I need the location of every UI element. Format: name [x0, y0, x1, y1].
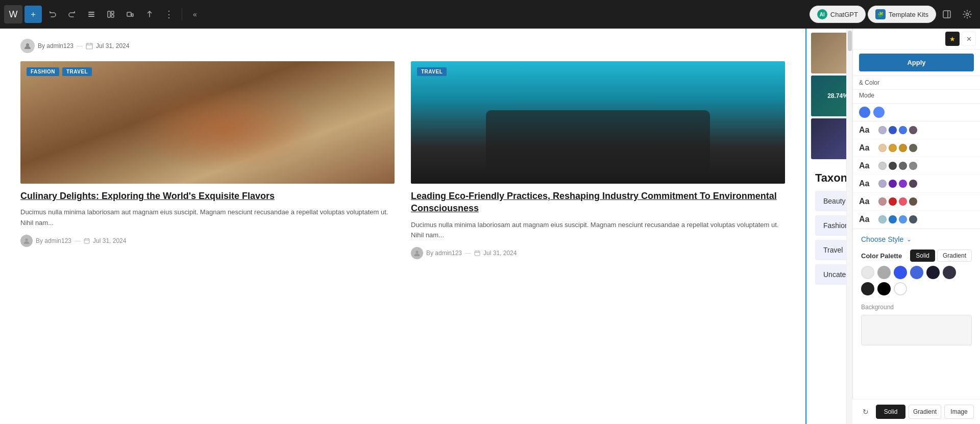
font-colors-4	[878, 197, 917, 206]
background-section: Background	[861, 304, 972, 345]
chatgpt-button[interactable]: AI ChatGPT	[810, 6, 866, 23]
color-palette-header: Color Palette Solid Gradient	[861, 250, 972, 262]
star-button[interactable]: ★	[945, 32, 960, 46]
post-author-avatar-2	[411, 247, 423, 259]
svg-rect-8	[943, 11, 950, 18]
wp-logo-text: W	[9, 9, 18, 20]
post-image-wrapper-1: FASHION TRAVEL	[20, 61, 395, 184]
color-dot-1-3	[909, 144, 917, 152]
color-mode-row: Mode	[853, 90, 980, 104]
swatch-blue[interactable]	[894, 266, 907, 279]
color-dot-0-3	[909, 126, 917, 134]
editor-area: By admin123 — Jul 31, 2024 FASHION TRAVE…	[0, 29, 806, 424]
chevron-down-icon: ⌄	[906, 236, 912, 243]
post-meta-bottom-1: By admin123 — Jul 31, 2024	[20, 235, 395, 247]
tag-travel-2: TRAVEL	[417, 67, 447, 76]
font-style-row-1[interactable]: Aa	[853, 139, 980, 157]
font-style-row-3[interactable]: Aa	[853, 175, 980, 193]
color-dot-3-3	[909, 180, 917, 188]
svg-point-10	[966, 13, 969, 16]
font-color-label: & Color	[853, 76, 980, 90]
choose-style-section: Choose Style ⌄ Color Palette Solid Gradi…	[853, 229, 980, 352]
close-button[interactable]: ✕	[962, 32, 976, 46]
font-colors-1	[878, 144, 917, 152]
svg-rect-0	[88, 12, 94, 13]
palette-gradient-btn[interactable]: Gradient	[937, 250, 972, 262]
chatgpt-logo: AI	[817, 9, 827, 19]
color-dot-1-0	[878, 144, 887, 152]
color-dot-4-3	[909, 197, 917, 206]
color-dot-0-2	[899, 126, 907, 134]
font-colors-2	[878, 162, 917, 170]
swatch-dark2[interactable]	[861, 282, 874, 295]
meta-separator-top: —	[77, 42, 83, 49]
swatch-black[interactable]	[877, 282, 891, 295]
swatch-dark1[interactable]	[943, 266, 956, 279]
color-dot-5-3	[909, 215, 917, 223]
color-dot-3-1	[889, 180, 897, 188]
choose-style-label: Choose Style	[861, 235, 903, 243]
settings-button[interactable]	[959, 6, 976, 23]
font-style-row-5[interactable]: Aa	[853, 211, 980, 229]
choose-style-header[interactable]: Choose Style ⌄	[861, 235, 972, 243]
chatgpt-label: ChatGPT	[830, 11, 858, 18]
font-colors-0	[878, 126, 917, 134]
swatch-darknavy[interactable]	[926, 266, 940, 279]
wp-logo[interactable]: W	[4, 5, 22, 23]
add-element-button[interactable]: ＋	[24, 6, 42, 23]
structure-button[interactable]	[102, 6, 119, 23]
accent-dot-brightblue[interactable]	[873, 107, 885, 118]
mode-solid-btn[interactable]: Solid	[876, 405, 905, 419]
color-dot-2-1	[889, 162, 897, 170]
panel-toggle-button[interactable]	[938, 6, 955, 23]
calendar-icon-1	[84, 238, 90, 244]
color-dot-5-2	[899, 215, 907, 223]
sort-button[interactable]	[141, 6, 158, 23]
apply-button[interactable]: Apply	[859, 54, 974, 71]
undo-button[interactable]	[44, 6, 61, 23]
list-view-button[interactable]	[83, 6, 100, 23]
top-post-meta: By admin123 — Jul 31, 2024	[20, 39, 785, 53]
post-title-1[interactable]: Culinary Delights: Exploring the World's…	[20, 190, 395, 202]
palette-toggle: Solid Gradient	[910, 250, 972, 262]
post-excerpt-2: Ducimus nulla minima laboriosam aut magn…	[411, 220, 785, 241]
scroll-thumb[interactable]	[848, 31, 852, 51]
bottom-mode-bar: ↻ Solid Gradient Image	[852, 399, 980, 424]
post-tags-1: FASHION TRAVEL	[27, 67, 92, 76]
post-excerpt-1: Ducimus nulla minima laboriosam aut magn…	[20, 207, 395, 229]
redo-button[interactable]	[63, 6, 81, 23]
collapse-panel-button[interactable]: «	[186, 6, 204, 23]
template-kits-button[interactable]: 🧩 Template Kits	[868, 6, 936, 23]
author-avatar-top	[20, 39, 35, 53]
mode-image-btn[interactable]: Image	[944, 405, 974, 419]
responsive-button[interactable]	[121, 6, 139, 23]
swatch-white[interactable]	[861, 266, 874, 279]
font-aa-3: Aa	[859, 179, 873, 188]
color-dot-0-1	[889, 126, 897, 134]
accent-dot-blue[interactable]	[859, 107, 870, 118]
font-aa-5: Aa	[859, 215, 873, 224]
palette-solid-btn[interactable]: Solid	[910, 250, 935, 262]
main-toolbar: W ＋ ⋮ « AI ChatGPT 🧩 Template Kits	[0, 0, 980, 29]
post-date-top: Jul 31, 2024	[96, 42, 129, 49]
font-style-row-4[interactable]: Aa	[853, 193, 980, 211]
post-author-top: By admin123	[38, 42, 74, 49]
post-title-2[interactable]: Leading Eco-Friendly Practices, Reshapin…	[411, 190, 785, 215]
swatch-gray[interactable]	[877, 266, 891, 279]
mode-gradient-btn[interactable]: Gradient	[909, 405, 941, 419]
accent-row	[853, 104, 980, 121]
font-style-row-0[interactable]: Aa	[853, 121, 980, 139]
font-style-row-2[interactable]: Aa	[853, 157, 980, 175]
swatch-empty[interactable]	[894, 282, 907, 295]
svg-rect-22	[475, 251, 480, 256]
close-icon: ✕	[966, 35, 972, 43]
color-dot-3-0	[878, 180, 887, 188]
color-dot-0-0	[878, 126, 887, 134]
post-author-avatar-1	[20, 235, 33, 247]
more-options-button[interactable]: ⋮	[160, 6, 178, 23]
calendar-icon-top	[86, 42, 93, 49]
styles-panel: ★ ✕ Apply & Color Mode Aa	[852, 29, 980, 424]
post-card-1: FASHION TRAVEL Culinary Delights: Explor…	[20, 61, 395, 259]
swatch-blue2[interactable]	[910, 266, 923, 279]
refresh-button[interactable]: ↻	[859, 405, 873, 419]
